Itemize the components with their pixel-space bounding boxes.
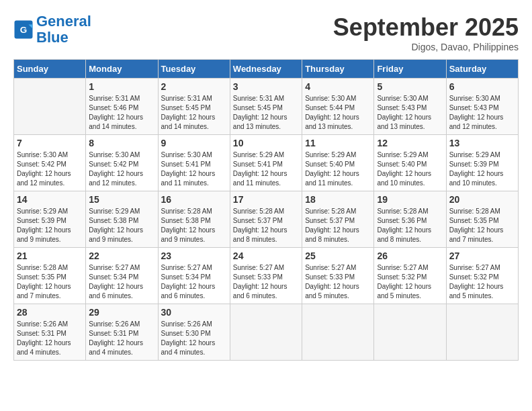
day-info: Sunrise: 5:28 AM Sunset: 5:37 PM Dayligh… <box>305 207 371 244</box>
day-cell: 21Sunrise: 5:28 AM Sunset: 5:35 PM Dayli… <box>14 248 86 304</box>
day-cell: 16Sunrise: 5:28 AM Sunset: 5:38 PM Dayli… <box>158 191 230 248</box>
day-number: 17 <box>233 194 299 205</box>
day-cell: 19Sunrise: 5:28 AM Sunset: 5:36 PM Dayli… <box>374 191 446 248</box>
day-number: 26 <box>377 250 443 261</box>
day-cell: 5Sunrise: 5:30 AM Sunset: 5:43 PM Daylig… <box>374 79 446 135</box>
day-cell: 11Sunrise: 5:29 AM Sunset: 5:40 PM Dayli… <box>302 135 374 191</box>
day-info: Sunrise: 5:29 AM Sunset: 5:40 PM Dayligh… <box>377 150 443 188</box>
day-cell: 10Sunrise: 5:29 AM Sunset: 5:41 PM Dayli… <box>230 135 302 191</box>
day-cell: 27Sunrise: 5:27 AM Sunset: 5:32 PM Dayli… <box>446 248 518 304</box>
day-number: 19 <box>377 194 443 205</box>
day-number: 22 <box>89 250 154 261</box>
day-cell: 20Sunrise: 5:28 AM Sunset: 5:35 PM Dayli… <box>446 191 518 248</box>
day-number: 13 <box>449 138 515 148</box>
day-number: 21 <box>17 250 83 261</box>
day-cell: 28Sunrise: 5:26 AM Sunset: 5:31 PM Dayli… <box>14 304 86 361</box>
day-number: 3 <box>233 81 299 92</box>
day-number: 1 <box>89 81 154 92</box>
day-number: 11 <box>305 138 371 148</box>
day-cell: 30Sunrise: 5:26 AM Sunset: 5:30 PM Dayli… <box>158 304 230 361</box>
day-info: Sunrise: 5:26 AM Sunset: 5:31 PM Dayligh… <box>17 320 83 357</box>
col-header-friday: Friday <box>374 60 446 79</box>
day-cell: 1Sunrise: 5:31 AM Sunset: 5:46 PM Daylig… <box>86 79 158 135</box>
day-info: Sunrise: 5:29 AM Sunset: 5:41 PM Dayligh… <box>233 150 299 188</box>
day-number: 29 <box>89 307 154 318</box>
day-number: 7 <box>17 138 83 148</box>
day-cell: 14Sunrise: 5:29 AM Sunset: 5:39 PM Dayli… <box>14 191 86 248</box>
day-info: Sunrise: 5:31 AM Sunset: 5:46 PM Dayligh… <box>89 94 154 132</box>
day-cell: 23Sunrise: 5:27 AM Sunset: 5:34 PM Dayli… <box>158 248 230 304</box>
day-number: 15 <box>89 194 154 205</box>
day-number: 2 <box>161 81 227 92</box>
svg-text:G: G <box>20 25 28 35</box>
day-cell <box>374 304 446 361</box>
day-info: Sunrise: 5:31 AM Sunset: 5:45 PM Dayligh… <box>233 94 299 132</box>
day-info: Sunrise: 5:29 AM Sunset: 5:39 PM Dayligh… <box>17 207 83 244</box>
day-info: Sunrise: 5:29 AM Sunset: 5:38 PM Dayligh… <box>89 207 154 244</box>
calendar-table: SundayMondayTuesdayWednesdayThursdayFrid… <box>13 59 519 361</box>
day-cell: 26Sunrise: 5:27 AM Sunset: 5:32 PM Dayli… <box>374 248 446 304</box>
col-header-monday: Monday <box>86 60 158 79</box>
day-number: 5 <box>377 81 443 92</box>
day-cell: 4Sunrise: 5:30 AM Sunset: 5:44 PM Daylig… <box>302 79 374 135</box>
day-cell: 17Sunrise: 5:28 AM Sunset: 5:37 PM Dayli… <box>230 191 302 248</box>
day-info: Sunrise: 5:27 AM Sunset: 5:32 PM Dayligh… <box>377 263 443 301</box>
day-info: Sunrise: 5:30 AM Sunset: 5:41 PM Dayligh… <box>161 150 227 188</box>
day-number: 20 <box>449 194 515 205</box>
day-cell <box>230 304 302 361</box>
day-cell <box>14 79 86 135</box>
day-number: 24 <box>233 250 299 261</box>
day-cell: 12Sunrise: 5:29 AM Sunset: 5:40 PM Dayli… <box>374 135 446 191</box>
day-info: Sunrise: 5:27 AM Sunset: 5:33 PM Dayligh… <box>305 263 371 301</box>
day-info: Sunrise: 5:26 AM Sunset: 5:31 PM Dayligh… <box>89 320 154 357</box>
day-info: Sunrise: 5:31 AM Sunset: 5:45 PM Dayligh… <box>161 94 227 132</box>
month-title: September 2025 <box>333 13 519 42</box>
day-cell: 6Sunrise: 5:30 AM Sunset: 5:43 PM Daylig… <box>446 79 518 135</box>
day-cell: 22Sunrise: 5:27 AM Sunset: 5:34 PM Dayli… <box>86 248 158 304</box>
day-cell: 24Sunrise: 5:27 AM Sunset: 5:33 PM Dayli… <box>230 248 302 304</box>
logo-icon: G <box>13 19 34 40</box>
day-info: Sunrise: 5:28 AM Sunset: 5:36 PM Dayligh… <box>377 207 443 244</box>
day-number: 25 <box>305 250 371 261</box>
day-info: Sunrise: 5:30 AM Sunset: 5:43 PM Dayligh… <box>377 94 443 132</box>
day-info: Sunrise: 5:27 AM Sunset: 5:34 PM Dayligh… <box>161 263 227 301</box>
day-info: Sunrise: 5:29 AM Sunset: 5:40 PM Dayligh… <box>305 150 371 188</box>
day-info: Sunrise: 5:30 AM Sunset: 5:42 PM Dayligh… <box>89 150 154 188</box>
day-number: 16 <box>161 194 227 205</box>
day-cell: 29Sunrise: 5:26 AM Sunset: 5:31 PM Dayli… <box>86 304 158 361</box>
logo: G General Blue <box>13 13 91 46</box>
day-number: 28 <box>17 307 83 318</box>
day-info: Sunrise: 5:27 AM Sunset: 5:32 PM Dayligh… <box>449 263 515 301</box>
week-row-2: 7Sunrise: 5:30 AM Sunset: 5:42 PM Daylig… <box>14 135 519 191</box>
day-info: Sunrise: 5:26 AM Sunset: 5:30 PM Dayligh… <box>161 320 227 357</box>
day-info: Sunrise: 5:29 AM Sunset: 5:39 PM Dayligh… <box>449 150 515 188</box>
header-row: SundayMondayTuesdayWednesdayThursdayFrid… <box>14 60 519 79</box>
day-info: Sunrise: 5:30 AM Sunset: 5:43 PM Dayligh… <box>449 94 515 132</box>
week-row-5: 28Sunrise: 5:26 AM Sunset: 5:31 PM Dayli… <box>14 304 519 361</box>
day-cell: 13Sunrise: 5:29 AM Sunset: 5:39 PM Dayli… <box>446 135 518 191</box>
day-number: 8 <box>89 138 154 148</box>
day-number: 23 <box>161 250 227 261</box>
day-number: 30 <box>161 307 227 318</box>
day-info: Sunrise: 5:30 AM Sunset: 5:44 PM Dayligh… <box>305 94 371 132</box>
day-info: Sunrise: 5:28 AM Sunset: 5:38 PM Dayligh… <box>161 207 227 244</box>
day-cell: 3Sunrise: 5:31 AM Sunset: 5:45 PM Daylig… <box>230 79 302 135</box>
day-cell <box>446 304 518 361</box>
day-number: 14 <box>17 194 83 205</box>
day-number: 12 <box>377 138 443 148</box>
location-subtitle: Digos, Davao, Philippines <box>333 42 519 52</box>
day-info: Sunrise: 5:28 AM Sunset: 5:37 PM Dayligh… <box>233 207 299 244</box>
day-cell: 8Sunrise: 5:30 AM Sunset: 5:42 PM Daylig… <box>86 135 158 191</box>
week-row-3: 14Sunrise: 5:29 AM Sunset: 5:39 PM Dayli… <box>14 191 519 248</box>
logo-text: General Blue <box>36 13 91 46</box>
col-header-thursday: Thursday <box>302 60 374 79</box>
title-area: September 2025 Digos, Davao, Philippines <box>333 13 519 52</box>
day-cell: 7Sunrise: 5:30 AM Sunset: 5:42 PM Daylig… <box>14 135 86 191</box>
col-header-saturday: Saturday <box>446 60 518 79</box>
week-row-1: 1Sunrise: 5:31 AM Sunset: 5:46 PM Daylig… <box>14 79 519 135</box>
day-cell: 9Sunrise: 5:30 AM Sunset: 5:41 PM Daylig… <box>158 135 230 191</box>
day-number: 27 <box>449 250 515 261</box>
day-number: 10 <box>233 138 299 148</box>
week-row-4: 21Sunrise: 5:28 AM Sunset: 5:35 PM Dayli… <box>14 248 519 304</box>
day-cell: 2Sunrise: 5:31 AM Sunset: 5:45 PM Daylig… <box>158 79 230 135</box>
